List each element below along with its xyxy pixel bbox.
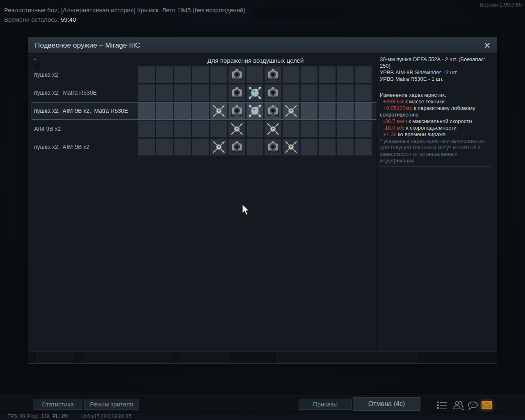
loadout-item-3[interactable]: пушка x2, AIM-9B x2, Matra R530E	[34, 103, 128, 119]
weapon-slot-cell[interactable]	[283, 84, 299, 101]
weapon-slot-cell[interactable]	[247, 66, 263, 83]
weapon-slot-cell[interactable]	[301, 66, 317, 83]
weapon-slot-cell[interactable]	[228, 84, 245, 101]
weapon-slot-cell[interactable]	[192, 139, 209, 155]
weapon-slot-cell[interactable]	[138, 66, 155, 83]
weapon-slot-cell[interactable]	[337, 121, 354, 137]
weapon-slot-cell[interactable]	[192, 66, 209, 83]
weapon-slot-cell[interactable]	[247, 139, 263, 155]
weapon-slot-cell[interactable]	[337, 103, 354, 119]
weapon-slot-cell[interactable]	[174, 84, 191, 101]
stat-changes: +338.6кг к массе техники+0.05100кгс к па…	[380, 98, 493, 138]
stat-change-value: -18.0 м/с	[383, 125, 404, 131]
weapon-slot-cell[interactable]	[337, 66, 354, 83]
weapon-slot-cell[interactable]	[156, 103, 173, 119]
weapon-summary-line: 30-мм пушка DEFA 552A - 2 шт. (Боезапас:…	[380, 56, 493, 69]
weapon-slot-cell[interactable]	[337, 84, 354, 101]
people-icon[interactable]: 1	[452, 400, 465, 412]
weapon-slot-cell[interactable]	[156, 84, 173, 101]
weapon-slot-cell[interactable]	[301, 84, 317, 101]
weapon-slot-cell[interactable]	[174, 121, 191, 137]
weapon-slot-cell[interactable]	[156, 66, 173, 83]
weapon-slot-cell[interactable]	[174, 66, 191, 83]
changes-footnote: * указанные характеристики вычисляются д…	[380, 138, 493, 164]
weapon-slot-cell[interactable]	[283, 139, 299, 155]
r530-missile-icon	[247, 103, 262, 119]
weapon-slot-cell[interactable]	[138, 84, 155, 101]
weapon-summary-line: УРВВ Matra R530E - 1 шт.	[380, 76, 493, 82]
weapon-slot-cell[interactable]	[319, 139, 336, 155]
weapon-slot-cell[interactable]	[301, 103, 317, 119]
weapon-slot-cell[interactable]	[210, 84, 227, 101]
weapon-slot-cell[interactable]	[283, 66, 299, 83]
loadout-item-4[interactable]: AIM-9B x2	[34, 121, 61, 137]
weapon-slot-cell[interactable]	[247, 103, 263, 119]
weapon-slot-cell[interactable]	[192, 103, 209, 119]
weapon-slot-cell[interactable]	[210, 103, 227, 119]
stat-change-line: +1.3с ко времени виража	[380, 131, 493, 138]
weapon-slot-cell[interactable]	[337, 139, 354, 155]
weapon-slot-cell[interactable]	[210, 66, 227, 83]
weapon-slot-cell[interactable]	[228, 121, 245, 137]
mail-icon[interactable]	[482, 401, 492, 411]
weapon-slot-cell[interactable]	[247, 121, 263, 137]
weapon-slot-cell[interactable]	[355, 84, 372, 101]
weapon-slot-cell[interactable]	[174, 139, 191, 155]
orders-button[interactable]: Приказы	[299, 399, 352, 410]
stat-change-value: +1.3с	[383, 131, 396, 137]
loadout-item-1[interactable]: пушка x2	[34, 66, 58, 83]
weapon-slot-cell[interactable]	[319, 66, 336, 83]
weapon-slot-cell[interactable]	[138, 121, 155, 137]
chat-icon[interactable]	[468, 401, 478, 412]
weapon-slot-cell[interactable]	[355, 139, 372, 155]
weapon-slot-cell[interactable]	[319, 103, 336, 119]
loadout-item-empty[interactable]: -	[34, 56, 36, 63]
list-icon[interactable]	[437, 401, 448, 411]
secondary-weapons-dialog: Подвесное оружие – Mirage IIIC ✕ Для пор…	[28, 37, 497, 364]
weapon-slot-cell[interactable]	[210, 121, 227, 137]
gunpod-icon	[229, 67, 244, 82]
weapon-slot-cell[interactable]	[301, 121, 317, 137]
weapon-slot-cell[interactable]	[265, 121, 281, 137]
footer-ghost-button	[84, 353, 171, 363]
weapon-slot-cell[interactable]	[174, 103, 191, 119]
weapon-slot-cell[interactable]	[265, 103, 281, 119]
people-count-badge: 1	[461, 406, 464, 411]
weapon-slot-cell[interactable]	[138, 139, 155, 155]
cancel-button[interactable]: Отмена (4с)	[353, 397, 420, 411]
time-remaining: Времени осталось: 59:40	[4, 16, 76, 23]
panel-separator	[380, 167, 491, 167]
session-id: 1b0af7200399835	[80, 413, 132, 420]
packet-loss: PL: 2%	[52, 413, 68, 420]
weapon-slot-cell[interactable]	[355, 103, 372, 119]
weapon-slot-cell[interactable]	[265, 66, 281, 83]
weapon-slot-cell[interactable]	[319, 84, 336, 101]
gunpod-icon	[265, 85, 281, 100]
weapon-slot-cell[interactable]	[228, 139, 245, 155]
weapon-slot-cell[interactable]	[265, 84, 281, 101]
weapon-slot-cell[interactable]	[265, 139, 281, 155]
statistics-button[interactable]: Статистика	[33, 399, 82, 410]
stat-change-text: ко времени виража	[396, 131, 445, 137]
weapon-slot-cell[interactable]	[301, 139, 317, 155]
loadout-item-5[interactable]: пушка x2, AIM-9B x2	[34, 139, 89, 155]
weapon-slot-cell[interactable]	[355, 121, 372, 137]
weapon-slot-cell[interactable]	[283, 103, 299, 119]
weapon-slot-cell[interactable]	[192, 121, 209, 137]
weapon-slot-cell[interactable]	[156, 139, 173, 155]
stat-change-value: +338.6кг	[383, 98, 404, 105]
weapon-slot-cell[interactable]	[228, 103, 245, 119]
loadout-item-2[interactable]: пушка x2, Matra R530E	[34, 84, 97, 101]
weapon-slot-cell[interactable]	[283, 121, 299, 137]
close-icon[interactable]: ✕	[481, 40, 493, 51]
weapon-slot-cell[interactable]	[156, 121, 173, 137]
dialog-title: Подвесное оружие – Mirage IIIC	[28, 41, 140, 50]
spectator-mode-button[interactable]: Режим зрителя	[84, 399, 139, 410]
weapon-slot-cell[interactable]	[355, 66, 372, 83]
weapon-slot-cell[interactable]	[247, 84, 263, 101]
weapon-slot-cell[interactable]	[138, 103, 155, 119]
weapon-slot-cell[interactable]	[228, 66, 245, 83]
weapon-slot-cell[interactable]	[319, 121, 336, 137]
weapon-slot-cell[interactable]	[210, 139, 227, 155]
weapon-slot-cell[interactable]	[192, 84, 209, 101]
